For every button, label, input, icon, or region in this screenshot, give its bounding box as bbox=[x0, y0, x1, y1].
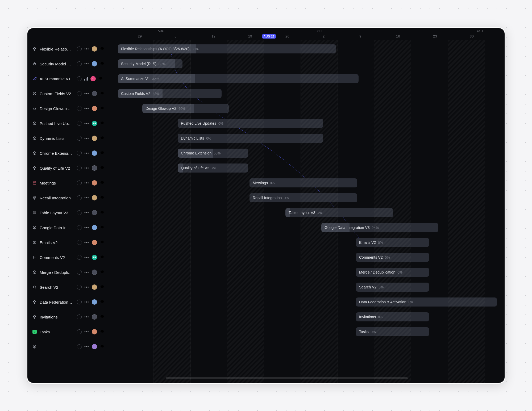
status-circle-icon[interactable] bbox=[77, 210, 82, 215]
assignee-avatar[interactable] bbox=[92, 240, 97, 245]
milestone-crest-icon[interactable] bbox=[100, 285, 105, 290]
status-circle-icon[interactable] bbox=[77, 106, 82, 111]
status-circle-icon[interactable] bbox=[77, 121, 82, 126]
row-side[interactable]: ••• bbox=[27, 344, 118, 349]
gantt-row[interactable]: Merge / Dedupli…•••Merge / Deduplication… bbox=[27, 265, 505, 280]
more-icon[interactable]: ••• bbox=[84, 285, 89, 289]
row-side[interactable]: Invitations••• bbox=[27, 314, 118, 320]
status-circle-icon[interactable] bbox=[77, 285, 82, 290]
assignee-avatar[interactable] bbox=[92, 225, 97, 230]
more-icon[interactable]: ••• bbox=[84, 92, 89, 95]
assignee-avatar[interactable] bbox=[92, 195, 97, 200]
assignee-avatar[interactable] bbox=[92, 299, 97, 305]
gantt-row[interactable]: ✓Tasks•••Tasks0% bbox=[27, 324, 505, 339]
status-circle-icon[interactable] bbox=[77, 314, 82, 319]
gantt-row[interactable]: Custom Fields V2•••Custom Fields V243% bbox=[27, 86, 505, 101]
more-icon[interactable]: ••• bbox=[84, 315, 89, 319]
milestone-crest-icon[interactable] bbox=[100, 314, 105, 319]
milestone-crest-icon[interactable] bbox=[100, 47, 105, 51]
more-icon[interactable]: ••• bbox=[84, 211, 89, 215]
row-side[interactable]: Emails V2••• bbox=[27, 240, 118, 245]
milestone-crest-icon[interactable] bbox=[100, 91, 105, 96]
row-side[interactable]: Flexible Relatio…••• bbox=[27, 46, 118, 52]
status-circle-icon[interactable] bbox=[77, 91, 82, 96]
assignee-avatar[interactable] bbox=[92, 150, 97, 156]
more-icon[interactable]: ••• bbox=[84, 151, 89, 155]
assignee-avatar[interactable] bbox=[92, 329, 97, 334]
more-icon[interactable]: ••• bbox=[84, 255, 89, 259]
status-circle-icon[interactable] bbox=[77, 136, 82, 141]
assignee-avatar[interactable]: AP bbox=[92, 255, 97, 260]
status-circle-icon[interactable] bbox=[77, 166, 82, 170]
milestone-crest-icon[interactable] bbox=[98, 76, 103, 81]
row-side[interactable]: Quality of Life V2••• bbox=[27, 165, 118, 171]
assignee-avatar[interactable] bbox=[92, 61, 97, 66]
more-icon[interactable]: ••• bbox=[84, 226, 89, 229]
milestone-crest-icon[interactable] bbox=[100, 136, 105, 141]
milestone-crest-icon[interactable] bbox=[100, 195, 105, 200]
assignee-avatar[interactable] bbox=[92, 210, 97, 215]
status-circle-icon[interactable] bbox=[77, 255, 82, 260]
gantt-row[interactable]: Invitations•••Invitations0% bbox=[27, 309, 505, 324]
more-icon[interactable]: ••• bbox=[84, 121, 89, 125]
status-circle-icon[interactable] bbox=[77, 76, 82, 81]
gantt-row[interactable]: Flexible Relatio…•••Flexible Relationshi… bbox=[27, 41, 505, 56]
status-circle-icon[interactable] bbox=[77, 270, 82, 275]
row-side[interactable]: Chrome Extensi…••• bbox=[27, 150, 118, 156]
milestone-crest-icon[interactable] bbox=[100, 121, 105, 126]
gantt-row[interactable]: Google Data Int…•••Google Data Integrati… bbox=[27, 220, 505, 235]
gantt-row[interactable]: ••• bbox=[27, 339, 505, 354]
row-side[interactable]: Search V2••• bbox=[27, 284, 118, 290]
more-icon[interactable]: ••• bbox=[84, 166, 89, 170]
more-icon[interactable]: ••• bbox=[84, 345, 89, 349]
milestone-crest-icon[interactable] bbox=[100, 344, 105, 349]
row-side[interactable]: AI Summarize V1AT bbox=[27, 76, 118, 81]
row-side[interactable]: Security Model …••• bbox=[27, 61, 118, 66]
row-side[interactable]: Custom Fields V2••• bbox=[27, 91, 118, 96]
status-circle-icon[interactable] bbox=[77, 61, 82, 66]
assignee-avatar[interactable]: AT bbox=[90, 76, 96, 81]
more-icon[interactable]: ••• bbox=[84, 241, 89, 244]
assignee-avatar[interactable] bbox=[92, 165, 97, 171]
milestone-crest-icon[interactable] bbox=[100, 300, 105, 304]
row-side[interactable]: Merge / Dedupli…••• bbox=[27, 270, 118, 275]
status-circle-icon[interactable] bbox=[77, 300, 82, 304]
more-icon[interactable]: ••• bbox=[84, 181, 89, 185]
gantt-row[interactable]: Dynamic Lists•••Dynamic Lists0% bbox=[27, 131, 505, 146]
milestone-crest-icon[interactable] bbox=[100, 106, 105, 111]
milestone-crest-icon[interactable] bbox=[100, 181, 105, 185]
row-side[interactable]: ✓Tasks••• bbox=[27, 329, 118, 334]
gantt-row[interactable]: Security Model …•••Security Model (RLS)8… bbox=[27, 56, 505, 71]
milestone-crest-icon[interactable] bbox=[100, 166, 105, 170]
more-icon[interactable]: ••• bbox=[84, 300, 89, 304]
assignee-avatar[interactable] bbox=[92, 180, 97, 186]
assignee-avatar[interactable]: AP bbox=[92, 121, 97, 126]
milestone-crest-icon[interactable] bbox=[100, 151, 105, 156]
more-icon[interactable]: ••• bbox=[84, 270, 89, 274]
milestone-crest-icon[interactable] bbox=[100, 240, 105, 245]
row-side[interactable]: Comments V2•••AP bbox=[27, 255, 118, 260]
assignee-avatar[interactable] bbox=[92, 284, 97, 290]
more-icon[interactable]: ••• bbox=[84, 107, 89, 110]
gantt-row[interactable]: Emails V2•••Emails V20% bbox=[27, 235, 505, 250]
horizontal-scrollbar[interactable] bbox=[166, 377, 408, 379]
row-side[interactable]: Data Federation…••• bbox=[27, 299, 118, 305]
priority-bars-icon[interactable] bbox=[84, 77, 88, 81]
gantt-row[interactable]: Search V2•••Search V20% bbox=[27, 280, 505, 295]
row-side[interactable]: Google Data Int…••• bbox=[27, 225, 118, 230]
status-circle-icon[interactable] bbox=[77, 329, 82, 334]
more-icon[interactable]: ••• bbox=[84, 47, 89, 51]
row-side[interactable]: Table Layout V3••• bbox=[27, 210, 118, 215]
milestone-crest-icon[interactable] bbox=[100, 255, 105, 260]
assignee-avatar[interactable] bbox=[92, 270, 97, 275]
status-circle-icon[interactable] bbox=[77, 151, 82, 156]
milestone-crest-icon[interactable] bbox=[100, 225, 105, 230]
gantt-row[interactable]: Meetings•••Meetings0% bbox=[27, 175, 505, 190]
gantt-row[interactable]: Chrome Extensi…•••Chrome Extension50% bbox=[27, 146, 505, 161]
status-circle-icon[interactable] bbox=[77, 240, 82, 245]
milestone-crest-icon[interactable] bbox=[100, 210, 105, 215]
status-circle-icon[interactable] bbox=[77, 181, 82, 185]
gantt-row[interactable]: Comments V2•••APComments V20% bbox=[27, 250, 505, 265]
gantt-row[interactable]: Quality of Life V2•••Quality of Life V27… bbox=[27, 161, 505, 175]
gantt-body[interactable]: Flexible Relatio…•••Flexible Relationshi… bbox=[27, 40, 505, 383]
